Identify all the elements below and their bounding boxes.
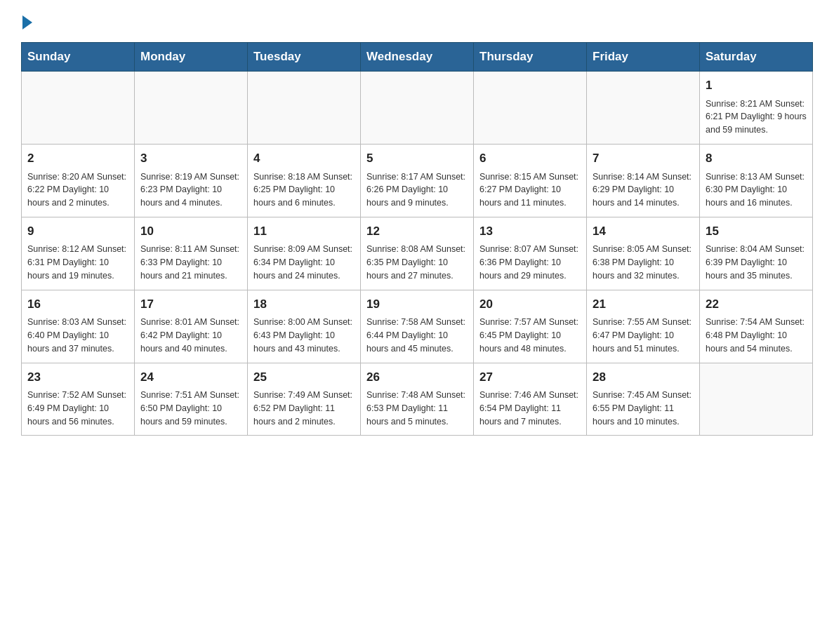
calendar-cell: 28Sunrise: 7:45 AM Sunset: 6:55 PM Dayli… [587,363,700,436]
day-number: 14 [593,223,694,241]
day-info: Sunrise: 8:03 AM Sunset: 6:40 PM Dayligh… [27,316,128,355]
day-number: 25 [253,369,355,387]
calendar-cell [587,72,700,145]
calendar-cell [135,72,248,145]
calendar-cell [474,72,587,145]
calendar-cell [361,72,474,145]
calendar-cell: 2Sunrise: 8:20 AM Sunset: 6:22 PM Daylig… [22,144,135,217]
calendar-cell: 25Sunrise: 7:49 AM Sunset: 6:52 PM Dayli… [248,363,361,436]
calendar-week-row: 9Sunrise: 8:12 AM Sunset: 6:31 PM Daylig… [22,217,813,290]
day-number: 2 [27,150,128,168]
day-info: Sunrise: 7:51 AM Sunset: 6:50 PM Dayligh… [140,389,241,428]
weekday-header-saturday: Saturday [700,43,813,72]
day-number: 6 [479,150,581,168]
day-number: 10 [140,223,241,241]
day-number: 4 [253,150,355,168]
day-info: Sunrise: 8:14 AM Sunset: 6:29 PM Dayligh… [593,170,694,210]
day-number: 12 [366,223,468,241]
day-info: Sunrise: 8:20 AM Sunset: 6:22 PM Dayligh… [27,170,128,210]
calendar-cell [22,72,135,145]
day-info: Sunrise: 8:18 AM Sunset: 6:25 PM Dayligh… [253,170,355,210]
weekday-header-row: SundayMondayTuesdayWednesdayThursdayFrid… [22,43,813,72]
day-number: 23 [27,369,128,387]
calendar-cell: 8Sunrise: 8:13 AM Sunset: 6:30 PM Daylig… [700,144,813,217]
day-number: 18 [253,296,355,314]
day-info: Sunrise: 8:11 AM Sunset: 6:33 PM Dayligh… [140,243,241,282]
weekday-header-wednesday: Wednesday [361,43,474,72]
day-number: 16 [27,296,128,314]
day-info: Sunrise: 8:00 AM Sunset: 6:43 PM Dayligh… [253,316,355,355]
day-info: Sunrise: 8:05 AM Sunset: 6:38 PM Dayligh… [593,243,694,282]
day-number: 13 [479,223,581,241]
day-info: Sunrise: 8:21 AM Sunset: 6:21 PM Dayligh… [706,98,807,137]
calendar-week-row: 1Sunrise: 8:21 AM Sunset: 6:21 PM Daylig… [22,72,813,145]
calendar-cell: 22Sunrise: 7:54 AM Sunset: 6:48 PM Dayli… [700,290,813,363]
calendar-cell: 12Sunrise: 8:08 AM Sunset: 6:35 PM Dayli… [361,217,474,290]
day-number: 8 [706,150,807,168]
calendar-cell: 11Sunrise: 8:09 AM Sunset: 6:34 PM Dayli… [248,217,361,290]
calendar-body: 1Sunrise: 8:21 AM Sunset: 6:21 PM Daylig… [22,72,813,436]
calendar-cell: 27Sunrise: 7:46 AM Sunset: 6:54 PM Dayli… [474,363,587,436]
day-number: 24 [140,369,241,387]
calendar-cell: 5Sunrise: 8:17 AM Sunset: 6:26 PM Daylig… [361,144,474,217]
calendar-week-row: 16Sunrise: 8:03 AM Sunset: 6:40 PM Dayli… [22,290,813,363]
calendar-week-row: 23Sunrise: 7:52 AM Sunset: 6:49 PM Dayli… [22,363,813,436]
calendar-cell [248,72,361,145]
day-number: 15 [706,223,807,241]
day-info: Sunrise: 7:45 AM Sunset: 6:55 PM Dayligh… [593,389,694,428]
day-number: 7 [593,150,694,168]
day-info: Sunrise: 7:52 AM Sunset: 6:49 PM Dayligh… [27,389,128,428]
day-info: Sunrise: 8:13 AM Sunset: 6:30 PM Dayligh… [706,170,807,210]
day-info: Sunrise: 8:04 AM Sunset: 6:39 PM Dayligh… [706,243,807,282]
calendar-cell: 23Sunrise: 7:52 AM Sunset: 6:49 PM Dayli… [22,363,135,436]
weekday-header-sunday: Sunday [22,43,135,72]
calendar-cell: 6Sunrise: 8:15 AM Sunset: 6:27 PM Daylig… [474,144,587,217]
calendar-cell: 21Sunrise: 7:55 AM Sunset: 6:47 PM Dayli… [587,290,700,363]
day-info: Sunrise: 8:09 AM Sunset: 6:34 PM Dayligh… [253,243,355,282]
logo [21,14,32,28]
day-info: Sunrise: 8:07 AM Sunset: 6:36 PM Dayligh… [479,243,581,282]
day-number: 1 [706,77,807,95]
calendar-week-row: 2Sunrise: 8:20 AM Sunset: 6:22 PM Daylig… [22,144,813,217]
day-number: 22 [706,296,807,314]
calendar-header: SundayMondayTuesdayWednesdayThursdayFrid… [22,43,813,72]
day-info: Sunrise: 8:19 AM Sunset: 6:23 PM Dayligh… [140,170,241,210]
calendar-cell: 17Sunrise: 8:01 AM Sunset: 6:42 PM Dayli… [135,290,248,363]
day-number: 9 [27,223,128,241]
day-number: 3 [140,150,241,168]
day-info: Sunrise: 7:55 AM Sunset: 6:47 PM Dayligh… [593,316,694,355]
day-info: Sunrise: 8:12 AM Sunset: 6:31 PM Dayligh… [27,243,128,282]
calendar-table: SundayMondayTuesdayWednesdayThursdayFrid… [21,42,813,436]
day-number: 21 [593,296,694,314]
page-header [21,14,813,28]
day-info: Sunrise: 7:58 AM Sunset: 6:44 PM Dayligh… [366,316,468,355]
calendar-cell: 7Sunrise: 8:14 AM Sunset: 6:29 PM Daylig… [587,144,700,217]
calendar-cell: 24Sunrise: 7:51 AM Sunset: 6:50 PM Dayli… [135,363,248,436]
day-number: 17 [140,296,241,314]
calendar-cell: 4Sunrise: 8:18 AM Sunset: 6:25 PM Daylig… [248,144,361,217]
day-info: Sunrise: 7:49 AM Sunset: 6:52 PM Dayligh… [253,389,355,428]
day-number: 5 [366,150,468,168]
day-info: Sunrise: 8:01 AM Sunset: 6:42 PM Dayligh… [140,316,241,355]
day-info: Sunrise: 7:54 AM Sunset: 6:48 PM Dayligh… [706,316,807,355]
calendar-cell: 1Sunrise: 8:21 AM Sunset: 6:21 PM Daylig… [700,72,813,145]
calendar-cell [700,363,813,436]
day-number: 26 [366,369,468,387]
calendar-cell: 3Sunrise: 8:19 AM Sunset: 6:23 PM Daylig… [135,144,248,217]
calendar-cell: 15Sunrise: 8:04 AM Sunset: 6:39 PM Dayli… [700,217,813,290]
day-info: Sunrise: 7:48 AM Sunset: 6:53 PM Dayligh… [366,389,468,428]
day-number: 11 [253,223,355,241]
calendar-cell: 14Sunrise: 8:05 AM Sunset: 6:38 PM Dayli… [587,217,700,290]
day-info: Sunrise: 8:15 AM Sunset: 6:27 PM Dayligh… [479,170,581,210]
day-info: Sunrise: 8:17 AM Sunset: 6:26 PM Dayligh… [366,170,468,210]
weekday-header-thursday: Thursday [474,43,587,72]
calendar-cell: 18Sunrise: 8:00 AM Sunset: 6:43 PM Dayli… [248,290,361,363]
day-info: Sunrise: 8:08 AM Sunset: 6:35 PM Dayligh… [366,243,468,282]
calendar-cell: 26Sunrise: 7:48 AM Sunset: 6:53 PM Dayli… [361,363,474,436]
calendar-cell: 9Sunrise: 8:12 AM Sunset: 6:31 PM Daylig… [22,217,135,290]
calendar-cell: 19Sunrise: 7:58 AM Sunset: 6:44 PM Dayli… [361,290,474,363]
calendar-cell: 20Sunrise: 7:57 AM Sunset: 6:45 PM Dayli… [474,290,587,363]
weekday-header-monday: Monday [135,43,248,72]
day-number: 19 [366,296,468,314]
day-info: Sunrise: 7:46 AM Sunset: 6:54 PM Dayligh… [479,389,581,428]
